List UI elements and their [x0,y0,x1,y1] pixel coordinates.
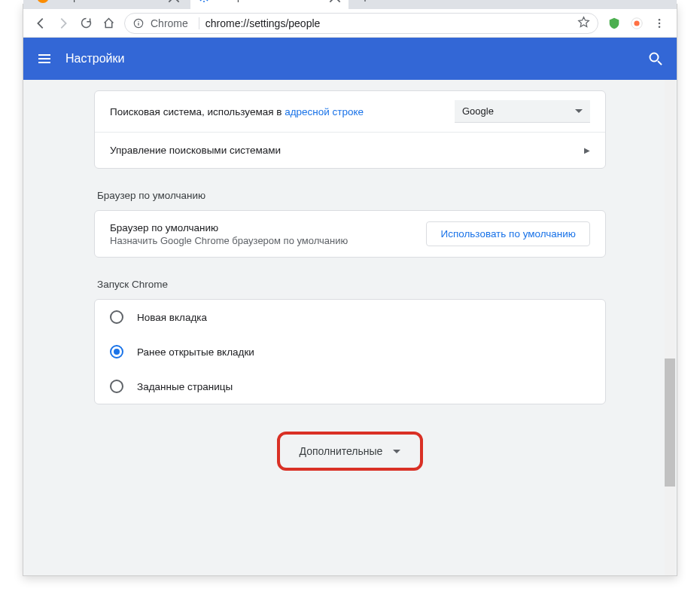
settings-header: Настройки [23,38,677,80]
forward-button[interactable] [52,12,75,35]
separator [199,17,199,29]
startup-option-specific-pages[interactable]: Заданные страницы [95,369,605,404]
star-icon[interactable] [577,16,590,31]
url-text: chrome://settings/people [205,17,321,29]
startup-option-continue[interactable]: Ранее открытые вкладки [95,334,605,369]
gear-icon [198,0,210,3]
advanced-label: Дополнительные [300,445,383,457]
maximize-button[interactable] [613,0,644,2]
default-browser-primary: Браузер по умолчанию [110,222,348,233]
radio-icon [110,380,123,393]
address-bar[interactable]: Chrome chrome://settings/people [124,13,598,34]
new-tab-button[interactable] [355,0,376,8]
highlight-annotation: Дополнительные [277,432,424,471]
scrollbar-thumb[interactable] [665,358,675,487]
reload-button[interactable] [75,12,97,35]
svg-point-4 [634,20,639,26]
scrollbar-track[interactable] [665,80,675,575]
tab-lumpics[interactable]: Lumpics.ru [29,0,187,9]
page-title: Настройки [65,52,124,66]
chevron-down-icon [393,450,400,453]
extension-icon[interactable] [627,14,647,33]
default-browser-secondary: Назначить Google Chrome браузером по умо… [110,235,348,246]
url-scheme-label: Chrome [151,17,188,29]
radio-label: Заданные страницы [137,381,233,392]
search-icon[interactable] [647,50,665,68]
close-icon[interactable] [329,0,341,3]
back-button[interactable] [29,12,52,35]
tab-strip: Lumpics.ru Настройки [23,0,677,9]
search-engine-row[interactable]: Поисковая система, используемая в адресн… [95,91,605,132]
close-window-button[interactable] [644,0,674,2]
manage-search-label: Управление поисковыми системами [110,145,281,156]
menu-icon[interactable] [35,50,53,68]
search-engine-card: Поисковая система, используемая в адресн… [94,90,606,169]
browser-window: Lumpics.ru Настройки [23,4,677,576]
section-default-browser: Браузер по умолчанию [97,190,603,201]
overflow-menu-button[interactable] [648,12,671,35]
minimize-button[interactable] [583,0,613,2]
address-bar-link[interactable]: адресной строке [285,106,364,117]
chevron-right-icon: ▶ [584,146,590,154]
section-startup: Запуск Chrome [97,279,603,290]
svg-point-6 [659,22,661,24]
svg-point-5 [659,18,661,20]
tab-settings[interactable]: Настройки [190,0,348,9]
advanced-button[interactable]: Дополнительные [283,438,418,465]
favicon-lumpics [37,0,49,3]
home-button[interactable] [97,12,120,35]
info-icon [132,17,145,29]
shield-icon[interactable] [604,14,624,33]
radio-icon [110,310,123,324]
startup-card: Новая вкладка Ранее открытые вкладки Зад… [94,299,606,404]
tab-title: Настройки [216,0,324,2]
tab-title: Lumpics.ru [55,0,163,2]
search-engine-select[interactable]: Google [455,100,590,123]
select-value: Google [462,105,494,117]
content-area: Поисковая система, используемая в адресн… [23,80,677,575]
set-default-button[interactable]: Использовать по умолчанию [426,221,590,246]
radio-label: Новая вкладка [137,312,207,323]
close-icon[interactable] [168,0,180,3]
toolbar: Chrome chrome://settings/people [23,9,677,38]
startup-option-new-tab[interactable]: Новая вкладка [95,300,605,334]
radio-label: Ранее открытые вкладки [137,346,254,358]
search-engine-label-prefix: Поисковая система, используемая в [110,106,285,117]
manage-search-engines-row[interactable]: Управление поисковыми системами ▶ [95,132,605,168]
radio-icon [110,345,123,358]
svg-point-8 [650,53,659,62]
default-browser-card: Браузер по умолчанию Назначить Google Ch… [94,210,606,258]
svg-point-7 [659,26,661,28]
chevron-down-icon [575,109,583,113]
